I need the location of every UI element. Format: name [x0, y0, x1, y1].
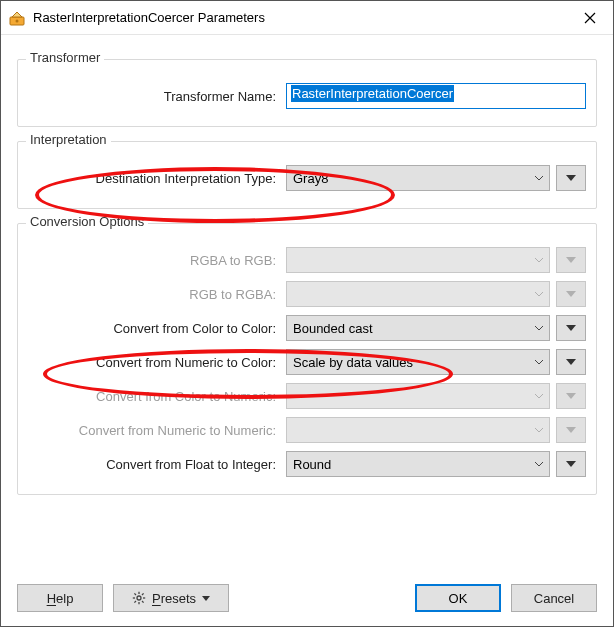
color-to-color-value: Bounded cast — [293, 321, 529, 336]
group-conversion-legend: Conversion Options — [26, 214, 148, 229]
dest-type-value: Gray8 — [293, 171, 529, 186]
dest-type-label: Destination Interpretation Type: — [28, 171, 286, 186]
row-color-to-numeric: Convert from Color to Numeric: — [28, 382, 586, 410]
ok-button[interactable]: OK — [415, 584, 501, 612]
group-transformer: Transformer Transformer Name: RasterInte… — [17, 59, 597, 127]
numeric-to-color-label: Convert from Numeric to Color: — [28, 355, 286, 370]
rgb-to-rgba-ext-button — [556, 281, 586, 307]
window-title: RasterInterpretationCoercer Parameters — [33, 10, 567, 25]
chevron-down-icon — [529, 359, 549, 365]
svg-line-7 — [134, 593, 136, 595]
titlebar: RasterInterpretationCoercer Parameters — [1, 1, 613, 35]
color-to-color-label: Convert from Color to Color: — [28, 321, 286, 336]
help-button[interactable]: Help — [17, 584, 103, 612]
rgb-to-rgba-combo — [286, 281, 550, 307]
chevron-down-icon — [529, 461, 549, 467]
row-dest-type: Destination Interpretation Type: Gray8 — [28, 164, 586, 192]
color-to-numeric-label: Convert from Color to Numeric: — [28, 389, 286, 404]
rgba-to-rgb-ext-button — [556, 247, 586, 273]
row-numeric-to-color: Convert from Numeric to Color: Scale by … — [28, 348, 586, 376]
transformer-name-input[interactable]: RasterInterpretationCoercer — [286, 83, 586, 109]
row-numeric-to-numeric: Convert from Numeric to Numeric: — [28, 416, 586, 444]
row-color-to-color: Convert from Color to Color: Bounded cas… — [28, 314, 586, 342]
chevron-down-icon — [529, 427, 549, 433]
transformer-name-value: RasterInterpretationCoercer — [291, 85, 454, 102]
help-label-rest: elp — [56, 591, 73, 606]
numeric-to-numeric-ext-button — [556, 417, 586, 443]
row-float-to-int: Convert from Float to Integer: Round — [28, 450, 586, 478]
row-transformer-name: Transformer Name: RasterInterpretationCo… — [28, 82, 586, 110]
cancel-label: Cancel — [534, 591, 574, 606]
numeric-to-color-value: Scale by data values — [293, 355, 529, 370]
transformer-name-label: Transformer Name: — [28, 89, 286, 104]
group-transformer-legend: Transformer — [26, 50, 104, 65]
gear-icon — [132, 591, 146, 605]
svg-line-9 — [142, 593, 144, 595]
color-to-color-ext-button[interactable] — [556, 315, 586, 341]
chevron-down-icon — [529, 257, 549, 263]
chevron-down-icon — [529, 175, 549, 181]
chevron-down-icon — [529, 291, 549, 297]
svg-point-1 — [16, 19, 19, 22]
chevron-down-icon — [529, 393, 549, 399]
float-to-int-ext-button[interactable] — [556, 451, 586, 477]
group-conversion: Conversion Options RGBA to RGB: RGB to R… — [17, 223, 597, 495]
float-to-int-label: Convert from Float to Integer: — [28, 457, 286, 472]
chevron-down-icon — [202, 596, 210, 601]
ok-label: OK — [449, 591, 468, 606]
close-button[interactable] — [567, 1, 613, 35]
color-to-numeric-ext-button — [556, 383, 586, 409]
rgba-to-rgb-combo — [286, 247, 550, 273]
dialog-content: Transformer Transformer Name: RasterInte… — [1, 35, 613, 495]
numeric-to-color-ext-button[interactable] — [556, 349, 586, 375]
rgb-to-rgba-label: RGB to RGBA: — [28, 287, 286, 302]
dest-type-combo[interactable]: Gray8 — [286, 165, 550, 191]
rgba-to-rgb-label: RGBA to RGB: — [28, 253, 286, 268]
color-to-numeric-combo — [286, 383, 550, 409]
chevron-down-icon — [529, 325, 549, 331]
app-icon — [9, 10, 25, 26]
numeric-to-color-combo[interactable]: Scale by data values — [286, 349, 550, 375]
svg-line-10 — [134, 601, 136, 603]
presets-button[interactable]: Presets — [113, 584, 229, 612]
color-to-color-combo[interactable]: Bounded cast — [286, 315, 550, 341]
row-rgba-to-rgb: RGBA to RGB: — [28, 246, 586, 274]
svg-line-8 — [142, 601, 144, 603]
float-to-int-combo[interactable]: Round — [286, 451, 550, 477]
float-to-int-value: Round — [293, 457, 529, 472]
row-rgb-to-rgba: RGB to RGBA: — [28, 280, 586, 308]
svg-point-2 — [137, 596, 141, 600]
button-bar: Help Presets OK Cancel — [1, 572, 613, 626]
group-interpretation-legend: Interpretation — [26, 132, 111, 147]
dest-type-ext-button[interactable] — [556, 165, 586, 191]
numeric-to-numeric-combo — [286, 417, 550, 443]
numeric-to-numeric-label: Convert from Numeric to Numeric: — [28, 423, 286, 438]
group-interpretation: Interpretation Destination Interpretatio… — [17, 141, 597, 209]
cancel-button[interactable]: Cancel — [511, 584, 597, 612]
